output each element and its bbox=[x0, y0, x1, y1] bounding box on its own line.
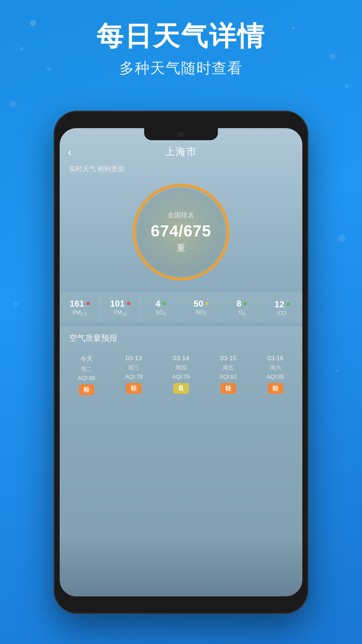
aqi-rank-value: 674/675 bbox=[151, 222, 212, 240]
forecast-date: 03-14 bbox=[173, 355, 189, 362]
pollutant-value: 161 bbox=[70, 299, 84, 309]
forecast-row: 今天 周二 AQI:86 轻 03-13 周三 AQI:79 轻 03-14 周… bbox=[60, 348, 302, 399]
forecast-item-1: 03-13 周三 AQI:79 轻 bbox=[110, 348, 158, 399]
camera bbox=[178, 131, 184, 137]
pollutant-item-PM2.5: 161 PM2.5 bbox=[60, 292, 100, 323]
pollutant-item-O3: 8 O3 bbox=[222, 292, 262, 323]
pollutant-value: 12 bbox=[275, 299, 284, 310]
pollutant-name: O3 bbox=[238, 310, 245, 317]
forecast-weekday: 周三 bbox=[128, 364, 139, 372]
forecast-weekday: 周五 bbox=[223, 364, 234, 372]
update-info: 实时天气 刚刚更新 bbox=[69, 164, 125, 173]
city-name: 上海市 bbox=[165, 145, 197, 159]
forecast-aqi: AQI:79 bbox=[125, 374, 143, 380]
forecast-date: 今天 bbox=[80, 355, 93, 363]
forecast-weekday: 周二 bbox=[81, 365, 92, 373]
notch bbox=[144, 128, 218, 140]
pollutant-name: PM10 bbox=[114, 310, 127, 317]
pollutant-val-row: 12 bbox=[275, 299, 290, 310]
forecast-weekday: 周四 bbox=[175, 364, 187, 372]
pollutant-val-row: 8 bbox=[236, 299, 247, 309]
pollutant-name: CO bbox=[278, 310, 286, 316]
pollutant-name: SO2 bbox=[156, 310, 166, 317]
aqi-rank-desc: 重 bbox=[151, 242, 212, 254]
pollutant-dot bbox=[205, 302, 209, 305]
main-title: 每日天气详情 bbox=[0, 20, 362, 52]
header-area: 每日天气详情 多种天气随时查看 bbox=[0, 20, 362, 78]
forecast-aqi: AQI:85 bbox=[266, 374, 284, 380]
pollutant-item-NO2: 50 NO2 bbox=[181, 292, 222, 323]
pollutant-dot bbox=[244, 302, 247, 305]
app-header: ‹ 上海市 bbox=[60, 142, 302, 162]
pollutant-dot bbox=[163, 302, 166, 305]
wave-decoration bbox=[60, 536, 302, 596]
pollutant-item-CO: 12 CO bbox=[262, 292, 302, 323]
aqi-rank-label: 全国排名 bbox=[151, 211, 212, 220]
forecast-badge: 轻 bbox=[221, 383, 236, 394]
pollutant-value: 50 bbox=[193, 299, 203, 309]
pollutant-value: 101 bbox=[110, 299, 125, 309]
pollutant-val-row: 4 bbox=[156, 299, 166, 309]
forecast-badge: 轻 bbox=[79, 384, 94, 395]
aqi-circle-content: 全国排名 674/675 重 bbox=[151, 211, 212, 254]
forecast-section: 空气质量预报 今天 周二 AQI:86 轻 03-13 周三 AQI:79 轻 … bbox=[60, 326, 302, 596]
forecast-item-0: 今天 周二 AQI:86 轻 bbox=[63, 348, 110, 399]
forecast-item-3: 03-15 周五 AQI:82 轻 bbox=[204, 348, 252, 399]
forecast-weekday: 周六 bbox=[270, 364, 281, 372]
forecast-date: 03-16 bbox=[267, 355, 284, 362]
pollutant-name: PM2.5 bbox=[73, 310, 87, 317]
pollutant-item-PM10: 101 PM10 bbox=[100, 292, 141, 323]
forecast-aqi: AQI:82 bbox=[219, 374, 237, 380]
pollutant-row: 161 PM2.5 101 PM10 4 SO2 50 NO2 8 O3 12 bbox=[60, 292, 302, 323]
pollutant-val-row: 161 bbox=[70, 299, 90, 309]
pollutant-name: NO2 bbox=[196, 310, 206, 317]
forecast-badge: 良 bbox=[173, 383, 189, 394]
pollutant-value: 4 bbox=[156, 299, 160, 309]
phone-mockup: ‹ 上海市 实时天气 刚刚更新 全国排名 674/675 bbox=[54, 111, 308, 614]
pollutant-dot bbox=[86, 302, 90, 305]
forecast-date: 03-15 bbox=[220, 355, 236, 362]
forecast-item-4: 03-16 周六 AQI:85 轻 bbox=[252, 348, 299, 399]
sub-title: 多种天气随时查看 bbox=[0, 58, 362, 78]
forecast-date: 03-13 bbox=[126, 355, 142, 362]
pollutant-val-row: 50 bbox=[193, 299, 209, 309]
pollutant-dot bbox=[127, 302, 130, 305]
forecast-title: 空气质量预报 bbox=[60, 326, 302, 348]
aqi-circle: 全国排名 674/675 重 bbox=[129, 180, 233, 284]
forecast-item-2: 03-14 周四 AQI:75 良 bbox=[158, 348, 205, 399]
forecast-aqi: AQI:75 bbox=[172, 374, 190, 380]
pollutant-dot bbox=[287, 303, 290, 306]
forecast-aqi: AQI:86 bbox=[78, 375, 96, 382]
back-button[interactable]: ‹ bbox=[68, 145, 71, 158]
pollutant-item-SO2: 4 SO2 bbox=[141, 292, 181, 323]
pollutant-value: 8 bbox=[236, 299, 241, 309]
phone-screen: ‹ 上海市 实时天气 刚刚更新 全国排名 674/675 bbox=[60, 128, 302, 596]
pollutant-val-row: 101 bbox=[110, 299, 130, 309]
forecast-badge: 轻 bbox=[126, 383, 141, 394]
forecast-badge: 轻 bbox=[268, 383, 283, 394]
